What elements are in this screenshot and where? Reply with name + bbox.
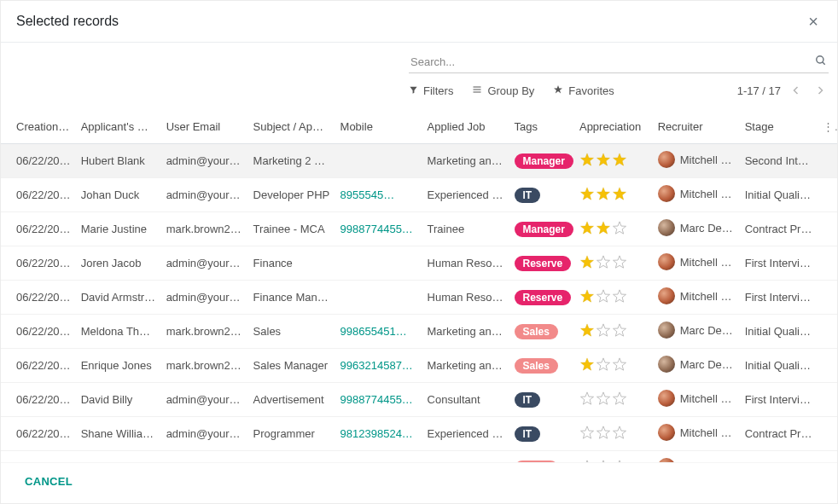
cell-subject: Sales (248, 315, 335, 349)
cell-tag: Manager (509, 144, 574, 178)
appreciation-stars[interactable] (579, 459, 627, 462)
search-input[interactable] (410, 55, 815, 68)
avatar (658, 424, 675, 441)
appreciation-stars[interactable] (579, 391, 627, 406)
cell-date: 06/22/2021 (1, 315, 76, 349)
table-row[interactable]: 06/22/2021Shane Williamsadmin@yourc…Prog… (1, 417, 837, 451)
cell-stage: Contract Pr… (740, 417, 818, 451)
avatar (658, 253, 675, 270)
table-row[interactable]: 06/22/2021Marie Justinemark.brown2…Train… (1, 212, 837, 246)
appreciation-stars[interactable] (579, 288, 627, 304)
col-applicant[interactable]: Applicant's … (76, 110, 161, 144)
prev-page-button[interactable] (788, 84, 805, 98)
cell-date: 06/22/2021 (1, 451, 76, 463)
tag-badge[interactable]: Manager (515, 222, 573, 237)
column-menu-button[interactable]: ⋮ (818, 110, 837, 144)
table-row[interactable]: 06/22/2021Enrique Jonesmark.brown2…Sales… (1, 349, 837, 383)
cell-mobile (335, 246, 422, 281)
col-tags[interactable]: Tags (509, 110, 574, 144)
pager-text[interactable]: 1-17 / 17 (737, 84, 781, 97)
col-appreciation[interactable]: Appreciation (574, 110, 653, 144)
col-creation[interactable]: Creation … (1, 110, 76, 144)
cell-date: 06/22/2021 (1, 144, 76, 178)
tag-badge[interactable]: IT (515, 188, 541, 203)
tag-badge[interactable]: Sales (515, 358, 558, 374)
cell-job: Marketing an… (422, 349, 509, 383)
cell-tag: Sales (509, 315, 574, 349)
table-row[interactable]: 06/22/2021Hubert Blankadmin@yourc…Market… (1, 144, 837, 178)
svg-point-0 (817, 56, 823, 63)
cell-email: admin@yourc… (161, 178, 248, 212)
dialog-title: Selected records (16, 14, 119, 29)
avatar (658, 185, 675, 202)
search-box[interactable] (409, 51, 829, 73)
tag-badge[interactable]: IT (515, 392, 541, 408)
avatar (658, 390, 675, 407)
next-page-button[interactable] (812, 84, 829, 98)
cell-mobile (335, 144, 422, 178)
cell-job: Consultant (422, 383, 509, 417)
scroll-area[interactable]: Filters Group By Favorites 1-17 / 17 (1, 43, 837, 462)
cell-stage: Contract Pr… (740, 451, 818, 463)
appreciation-stars[interactable] (579, 186, 627, 201)
dialog-header: Selected records × (1, 1, 837, 43)
table-row[interactable]: 06/22/2021David Armstro…admin@yourc…Fina… (1, 281, 837, 315)
col-job[interactable]: Applied Job (422, 110, 509, 144)
avatar (658, 356, 675, 373)
tag-badge[interactable]: Sales (515, 324, 558, 339)
cell-subject: Trainee - MCA (248, 451, 335, 463)
appreciation-stars[interactable] (579, 220, 627, 235)
tag-badge[interactable]: Sales (515, 461, 558, 463)
cell-mobile: 9898745745… (335, 451, 422, 463)
table-row[interactable]: 06/22/2021Johan Duckadmin@yourc…Develope… (1, 178, 837, 212)
dialog-footer: CANCEL (1, 462, 837, 503)
tag-badge[interactable]: Reserve (515, 290, 572, 305)
cell-tag: IT (509, 178, 574, 212)
cell-date: 06/22/2021 (1, 246, 76, 281)
table-row[interactable]: 06/22/2021Tina Augustieadmin@yourc…Train… (1, 451, 837, 463)
funnel-icon (409, 84, 418, 97)
col-email[interactable]: User Email (161, 110, 248, 144)
table-row[interactable]: 06/22/2021Meldona Thangmark.brown2…Sales… (1, 315, 837, 349)
table-row[interactable]: 06/22/2021Joren Jacobadmin@yourc…Finance… (1, 246, 837, 281)
cell-stars (574, 417, 653, 451)
appreciation-stars[interactable] (579, 254, 627, 269)
appreciation-stars[interactable] (579, 322, 627, 338)
cell-recruiter: Marc De… (653, 315, 740, 349)
cell-recruiter: Mitchell … (653, 144, 740, 178)
filters-button[interactable]: Filters (409, 84, 453, 97)
cell-date: 06/22/2021 (1, 383, 76, 417)
avatar (658, 287, 675, 304)
cell-email: admin@yourc… (161, 417, 248, 451)
svg-line-1 (823, 62, 825, 65)
table-row[interactable]: 06/22/2021David Billyadmin@yourc…Adverti… (1, 383, 837, 417)
col-mobile[interactable]: Mobile (335, 110, 422, 144)
cell-job: Marketing an… (422, 144, 509, 178)
col-stage[interactable]: Stage (740, 110, 818, 144)
cell-email: admin@yourc… (161, 451, 248, 463)
col-recruiter[interactable]: Recruiter (653, 110, 740, 144)
tag-badge[interactable]: IT (515, 426, 541, 442)
cell-date: 06/22/2021 (1, 349, 76, 383)
dialog-body: Filters Group By Favorites 1-17 / 17 (1, 43, 837, 462)
svg-rect-4 (474, 92, 481, 93)
selected-records-dialog: Selected records × Filters (0, 0, 838, 504)
cell-stars (574, 315, 653, 349)
groupby-button[interactable]: Group By (472, 84, 534, 97)
search-icon[interactable] (815, 55, 827, 69)
favorites-button[interactable]: Favorites (553, 84, 614, 97)
cell-tag: Manager (509, 212, 574, 246)
col-subject[interactable]: Subject / Ap… (248, 110, 335, 144)
appreciation-stars[interactable] (579, 356, 627, 372)
cell-stage: Second Inte… (740, 144, 818, 178)
cell-date: 06/22/2021 (1, 178, 76, 212)
close-button[interactable]: × (805, 13, 822, 30)
cell-mobile: 9963214587… (335, 349, 422, 383)
appreciation-stars[interactable] (579, 152, 627, 167)
cell-subject: Marketing 2 Y… (248, 144, 335, 178)
cancel-button[interactable]: CANCEL (25, 475, 73, 488)
tag-badge[interactable]: Reserve (515, 256, 572, 271)
appreciation-stars[interactable] (579, 425, 627, 440)
cell-subject: Finance Mana… (248, 281, 335, 315)
tag-badge[interactable]: Manager (515, 154, 573, 169)
